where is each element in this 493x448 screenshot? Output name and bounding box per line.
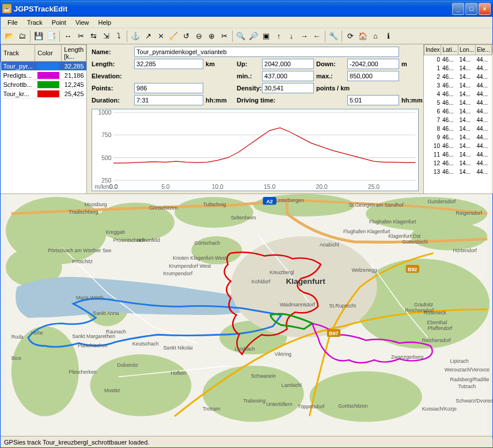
point-row[interactable]: 446...14...44...	[424, 90, 492, 98]
elevation-chart[interactable]: 25050075010000.05.010.015.020.025.0m/km0…	[92, 109, 419, 191]
map-label: Moosburg	[85, 202, 107, 207]
menu-point[interactable]: Point	[47, 18, 71, 27]
point-row[interactable]: 1346...14...44...	[424, 168, 492, 176]
delete-point-icon[interactable]: ⨯	[154, 30, 167, 43]
map-label: Reigersdorf	[456, 210, 482, 216]
field-duration[interactable]	[134, 95, 203, 105]
move-icon[interactable]: ↗	[142, 30, 154, 43]
menu-view[interactable]: View	[71, 18, 94, 27]
label-driving: Driving time:	[237, 97, 314, 104]
track-color	[35, 89, 62, 98]
tracks-table[interactable]: Track Color Length [k... Tour_pyr... 32,…	[1, 44, 86, 98]
clean-icon[interactable]: 🧹	[167, 30, 180, 43]
arrow-down-icon[interactable]: ↓	[285, 30, 298, 43]
join-icon[interactable]: ⤵	[112, 30, 125, 43]
track-length: 21,186	[62, 71, 86, 80]
point-row[interactable]: 846...14...44...	[424, 124, 492, 133]
track-row[interactable]: Schrottb... 12,245	[1, 80, 86, 89]
arrow-right-icon[interactable]: →	[298, 30, 310, 43]
map-label: Krumpendorf West	[169, 263, 211, 269]
menu-help[interactable]: Help	[94, 18, 116, 27]
tracks-header-name[interactable]: Track	[1, 45, 35, 62]
reverse-icon[interactable]: ↔	[62, 30, 74, 43]
undo-icon[interactable]: ↺	[180, 30, 192, 43]
split-icon[interactable]: ✂	[74, 30, 87, 43]
info-icon[interactable]: ℹ	[382, 30, 395, 43]
home2-icon[interactable]: ⌂	[369, 30, 382, 43]
track-row[interactable]: Predigts... 21,186	[1, 71, 86, 80]
map-label: Hörtendorf	[453, 248, 477, 253]
tracks-header-length[interactable]: Length [k...	[62, 45, 86, 62]
zoom-out-icon[interactable]: 🔎	[247, 30, 260, 43]
map-label: Kreuzbergl	[270, 269, 294, 275]
maximize-button[interactable]: □	[465, 3, 477, 15]
point-row[interactable]: 546...14...44...	[424, 98, 492, 107]
point-row[interactable]: 946...14...44...	[424, 133, 492, 142]
minus-icon[interactable]: ⊖	[192, 30, 205, 43]
field-name[interactable]	[134, 47, 399, 57]
label-length: Length:	[92, 60, 132, 67]
folder-tree-icon[interactable]: 🗂	[16, 30, 28, 43]
point-row[interactable]: 1146...14...44...	[424, 150, 492, 159]
label-down: Down:	[316, 60, 345, 67]
map-label: Höflein	[170, 370, 186, 376]
point-row[interactable]: 046...14...44...	[424, 55, 492, 64]
field-length[interactable]	[134, 59, 203, 69]
track-name: Tour_kr...	[1, 89, 35, 98]
fit-icon[interactable]: ▣	[260, 30, 272, 43]
save-all-icon[interactable]: 📑	[45, 30, 58, 43]
svg-text:5.0: 5.0	[161, 183, 169, 191]
points-header-lat[interactable]: Lati...	[441, 45, 458, 55]
zoom-in-icon[interactable]: 🔍	[234, 30, 247, 43]
points-header-ele[interactable]: Ele...	[475, 45, 491, 55]
field-points[interactable]	[134, 83, 203, 93]
close-button[interactable]: ×	[479, 3, 491, 15]
map-view[interactable]: MoosburgGörtschitzenTultschnigUnterberge…	[1, 194, 492, 436]
menu-file[interactable]: File	[3, 18, 22, 27]
map-label: Sankt Margarethen	[72, 333, 115, 339]
point-row[interactable]: 1246...14...44...	[424, 159, 492, 168]
point-row[interactable]: 246...14...44...	[424, 73, 492, 81]
compress-icon[interactable]: ⇲	[100, 30, 112, 43]
arrow-up-icon[interactable]: ↑	[272, 30, 285, 43]
field-min[interactable]	[262, 71, 314, 81]
track-row[interactable]: Tour_kr... 25,425	[1, 89, 86, 98]
cut-icon[interactable]: ✂	[218, 30, 230, 43]
map-label: Lambichl	[282, 382, 302, 388]
save-icon[interactable]: 💾	[32, 30, 45, 43]
minimize-button[interactable]: _	[452, 3, 464, 15]
add-icon[interactable]: ⊕	[205, 30, 218, 43]
menu-track[interactable]: Track	[22, 18, 47, 27]
points-table[interactable]: Index Lati... Lon... Ele... 046...14...4…	[424, 44, 492, 176]
points-header-lon[interactable]: Lon...	[458, 45, 475, 55]
field-max[interactable]	[347, 71, 399, 81]
map-label: Mostitz	[104, 388, 120, 393]
map-label: Trabesing	[243, 398, 266, 404]
svg-point-23	[90, 354, 191, 416]
label-min: min.:	[237, 73, 260, 79]
field-down[interactable]	[347, 59, 399, 69]
merge-icon[interactable]: ⇆	[87, 30, 100, 43]
point-row[interactable]: 646...14...44...	[424, 107, 492, 116]
field-driving[interactable]	[347, 95, 399, 105]
point-row[interactable]: 1046...14...44...	[424, 142, 492, 150]
settings-icon[interactable]: 🔧	[327, 30, 340, 43]
map-label: Roda	[12, 334, 24, 340]
map-label: Plaschischen	[78, 343, 108, 348]
point-row[interactable]: 146...14...44...	[424, 64, 492, 73]
point-row[interactable]: 746...14...44...	[424, 116, 492, 124]
titlebar[interactable]: ☕ JGPSTrackEdit _ □ ×	[1, 1, 492, 17]
field-up[interactable]	[262, 59, 314, 69]
points-header-index[interactable]: Index	[424, 45, 441, 55]
arrow-left-icon[interactable]: ←	[310, 30, 323, 43]
anchor-icon[interactable]: ⚓	[129, 30, 142, 43]
folder-open-icon[interactable]: 📂	[3, 30, 16, 43]
refresh-icon[interactable]: ⟳	[344, 30, 357, 43]
map-label: Dobeinitz	[117, 362, 138, 368]
svg-point-25	[309, 371, 422, 422]
point-row[interactable]: 346...14...44...	[424, 81, 492, 90]
home-icon[interactable]: 🏠	[357, 30, 369, 43]
track-row[interactable]: Tour_pyr... 32,285	[1, 62, 86, 71]
tracks-header-color[interactable]: Color	[35, 45, 62, 62]
field-density[interactable]	[262, 83, 314, 93]
